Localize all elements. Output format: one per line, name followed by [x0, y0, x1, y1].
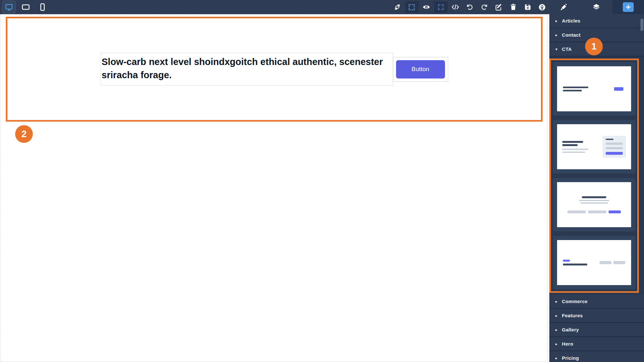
- skeleton-text-group: [562, 141, 593, 153]
- add-block-button[interactable]: [623, 2, 634, 12]
- delete-button[interactable]: [506, 0, 520, 14]
- skeleton-bar: [563, 90, 582, 91]
- fullscreen-icon: [437, 4, 444, 11]
- sidebar-item-pricing[interactable]: ▸ Pricing: [549, 351, 644, 362]
- view-code-button[interactable]: [448, 0, 462, 14]
- category-label: Hero: [562, 341, 573, 347]
- selected-section-outline: Slow-carb next level shoindxgoitch ethic…: [6, 17, 543, 122]
- page-builder: Slow-carb next level shoindxgoitch ethic…: [0, 0, 644, 362]
- chevron-right-icon: ▸: [555, 33, 562, 37]
- layers-button[interactable]: [589, 0, 603, 14]
- skeleton-bar: [606, 139, 613, 140]
- select-mode-active-state: [405, 1, 419, 13]
- fullscreen-active-state: [434, 1, 448, 13]
- mobile-view-button[interactable]: [36, 1, 49, 14]
- skeleton-bar: [563, 264, 587, 265]
- cta-variant-1[interactable]: [553, 62, 635, 116]
- desktop-view-button[interactable]: [2, 1, 16, 14]
- swap-icon: [393, 3, 401, 11]
- skeleton-eyebrow: [563, 260, 570, 262]
- skeleton-input: [588, 210, 606, 213]
- desktop-icon: [5, 3, 13, 11]
- category-label: Commerce: [562, 299, 588, 304]
- editor-canvas[interactable]: Slow-carb next level shoindxgoitch ethic…: [0, 14, 547, 362]
- save-floppy-icon: [524, 3, 532, 11]
- skeleton-bar: [562, 144, 577, 146]
- category-label: Gallery: [562, 327, 579, 332]
- add-panel: [612, 0, 644, 14]
- chevron-right-icon: ▸: [555, 356, 562, 360]
- skeleton-bar: [580, 202, 608, 204]
- chevron-right-icon: ▸: [555, 342, 562, 346]
- tablet-icon: [22, 3, 30, 11]
- cta-variant-2[interactable]: [553, 120, 635, 173]
- redo-button[interactable]: [477, 0, 491, 14]
- plus-icon: [626, 5, 631, 10]
- cta-variant-3[interactable]: [553, 178, 635, 231]
- eye-icon: [422, 3, 431, 11]
- category-label: Articles: [562, 18, 580, 23]
- redo-icon: [480, 3, 488, 11]
- paintbrush-icon: [560, 3, 568, 11]
- tablet-view-button[interactable]: [19, 1, 33, 14]
- accessibility-icon: [538, 3, 546, 11]
- category-label: Contact: [562, 32, 581, 38]
- mobile-icon: [38, 3, 47, 11]
- sidebar-item-gallery[interactable]: ▸ Gallery: [549, 323, 644, 337]
- cta-variants-highlight-box: [549, 59, 639, 293]
- blocks-sidebar: ▸ Articles ▸ Contact ▾ CTA: [549, 14, 644, 362]
- category-label: Features: [562, 313, 583, 318]
- edit-pencil-icon: [495, 3, 503, 11]
- code-icon: [451, 3, 459, 11]
- cta-button-selection-box: Button: [393, 57, 448, 82]
- chevron-down-icon: ▾: [555, 47, 562, 51]
- layers-icon: [592, 3, 601, 11]
- sidebar-item-articles[interactable]: ▸ Articles: [549, 14, 644, 28]
- sidebar-item-hero[interactable]: ▸ Hero: [549, 337, 644, 351]
- skeleton-button: [600, 261, 611, 264]
- device-switcher: [0, 1, 49, 14]
- skeleton-bar: [563, 87, 588, 88]
- cta-section[interactable]: Slow-carb next level shoindxgoitch ethic…: [7, 18, 541, 120]
- cta-variant-1-preview: [557, 66, 631, 111]
- select-mode-button[interactable]: [404, 0, 419, 14]
- cta-variant-4-preview: [557, 240, 631, 285]
- skeleton-input: [567, 210, 586, 213]
- skeleton-button: [609, 210, 621, 213]
- edit-button[interactable]: [491, 0, 506, 14]
- chevron-right-icon: ▸: [555, 313, 562, 318]
- accessibility-button[interactable]: [535, 0, 549, 14]
- cta-variant-2-preview: [557, 124, 631, 169]
- fullscreen-button[interactable]: [433, 0, 448, 14]
- sidebar-scrollbar-thumb[interactable]: [640, 19, 643, 31]
- skeleton-button: [606, 152, 623, 155]
- sidebar-item-commerce[interactable]: ▸ Commerce: [549, 295, 644, 309]
- chevron-right-icon: ▸: [555, 328, 562, 332]
- trash-icon: [509, 3, 517, 11]
- undo-button[interactable]: [462, 0, 477, 14]
- skeleton-bar: [582, 196, 606, 198]
- skeleton-input: [606, 147, 623, 149]
- skeleton-button: [614, 87, 623, 91]
- styles-button[interactable]: [556, 0, 571, 14]
- undo-icon: [466, 3, 474, 11]
- cta-variant-4[interactable]: [553, 236, 635, 289]
- skeleton-button-row: [600, 261, 625, 264]
- sidebar-item-features[interactable]: ▸ Features: [549, 309, 644, 323]
- cta-content-row: Slow-carb next level shoindxgoitch ethic…: [100, 53, 448, 86]
- cta-heading-text[interactable]: Slow-carb next level shoindxgoitch ethic…: [100, 53, 393, 86]
- skeleton-bar: [579, 200, 609, 201]
- skeleton-bar: [562, 149, 588, 150]
- skeleton-input-row: [567, 210, 621, 213]
- selection-marquee-icon: [409, 4, 415, 10]
- cta-variant-3-preview: [557, 182, 631, 227]
- save-button[interactable]: [520, 0, 535, 14]
- preview-button[interactable]: [419, 0, 433, 14]
- cta-button[interactable]: Button: [396, 60, 445, 79]
- category-label: CTA: [562, 46, 572, 52]
- annotation-badge-2: 2: [15, 125, 33, 143]
- swap-blocks-button[interactable]: [390, 0, 404, 14]
- annotation-badge-1: 1: [585, 38, 603, 55]
- chevron-right-icon: ▸: [555, 299, 562, 304]
- skeleton-text-group: [563, 260, 588, 265]
